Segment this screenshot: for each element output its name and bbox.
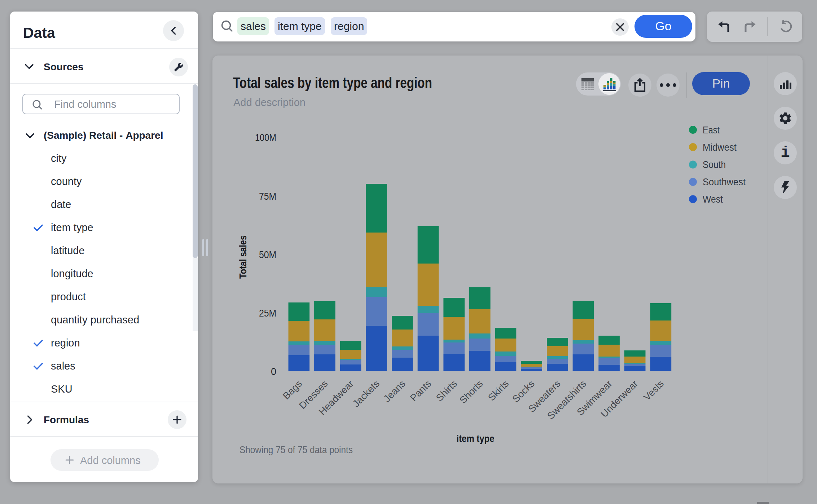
svg-text:South: South [703, 159, 726, 170]
svg-text:Shorts: Shorts [457, 378, 485, 406]
svg-text:25M: 25M [259, 308, 276, 319]
svg-text:Total sales: Total sales [238, 235, 249, 279]
svg-text:Shirts: Shirts [434, 378, 459, 403]
svg-text:West: West [703, 194, 723, 205]
svg-text:Jeans: Jeans [381, 378, 407, 404]
svg-text:0: 0 [271, 366, 276, 377]
svg-text:50M: 50M [259, 249, 276, 260]
svg-text:Bags: Bags [281, 378, 304, 402]
svg-text:Showing 75 of 75 data points: Showing 75 of 75 data points [240, 445, 353, 455]
svg-text:Pants: Pants [408, 378, 433, 403]
svg-text:100M: 100M [255, 132, 276, 143]
svg-text:Southwest: Southwest [703, 177, 746, 187]
svg-text:Jackets: Jackets [351, 378, 382, 409]
svg-text:East: East [703, 125, 720, 136]
svg-text:Midwest: Midwest [703, 142, 737, 153]
svg-text:Vests: Vests [641, 378, 666, 403]
svg-text:75M: 75M [259, 191, 276, 202]
svg-text:Skirts: Skirts [486, 378, 511, 403]
svg-text:item type: item type [457, 433, 495, 444]
